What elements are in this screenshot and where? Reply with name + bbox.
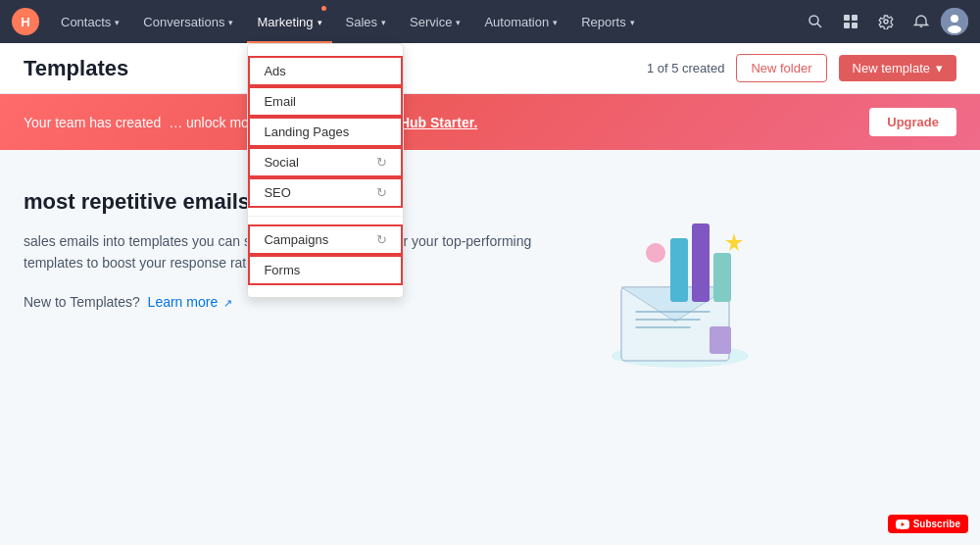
- svg-rect-17: [692, 223, 710, 302]
- svg-rect-5: [852, 23, 858, 28]
- notifications-button[interactable]: [906, 6, 937, 37]
- youtube-label: Subscribe: [913, 519, 960, 529]
- banner-text: Your team has created … unlock more temp…: [24, 115, 858, 130]
- refresh-icon: ↻: [376, 155, 387, 170]
- user-avatar[interactable]: [941, 8, 968, 35]
- chevron-down-icon: ▾: [228, 18, 233, 27]
- nav-icon-group: [800, 6, 968, 37]
- svg-rect-19: [710, 326, 731, 354]
- svg-marker-21: [725, 233, 743, 251]
- main-content: most repetitive emails in seconds sales …: [0, 150, 980, 409]
- svg-rect-4: [844, 23, 850, 28]
- refresh-icon: ↻: [376, 185, 387, 200]
- dropdown-item-campaigns[interactable]: Campaigns ↻: [248, 224, 403, 255]
- youtube-badge[interactable]: Subscribe: [888, 515, 968, 533]
- dropdown-item-seo[interactable]: SEO ↻: [248, 177, 403, 208]
- nav-conversations[interactable]: Conversations ▾: [133, 0, 243, 43]
- hubspot-logo[interactable]: H: [12, 8, 39, 35]
- marketing-dropdown: Ads Email Landing Pages Social ↻ SEO ↻: [247, 43, 404, 298]
- svg-point-8: [948, 25, 961, 33]
- nav-sales[interactable]: Sales ▾: [336, 0, 397, 43]
- settings-button[interactable]: [870, 6, 902, 37]
- page-header: Templates 1 of 5 created New folder New …: [0, 43, 980, 94]
- chevron-down-icon: ▾: [553, 18, 558, 27]
- dropdown-section-1: Ads Email Landing Pages Social ↻ SEO ↻: [248, 52, 403, 212]
- nav-marketing[interactable]: Marketing ▾ Ads Email Landing Pages So: [247, 0, 331, 43]
- svg-point-20: [646, 243, 665, 263]
- svg-rect-16: [670, 238, 688, 302]
- dropdown-item-email[interactable]: Email: [248, 86, 403, 117]
- svg-rect-3: [852, 15, 858, 21]
- top-navigation: H Contacts ▾ Conversations ▾ Marketing ▾…: [0, 0, 980, 43]
- chevron-down-icon: ▾: [115, 18, 120, 27]
- created-count: 1 of 5 created: [647, 61, 725, 75]
- svg-rect-18: [713, 253, 731, 302]
- page-title: Templates: [24, 56, 128, 81]
- chevron-down-icon: ▾: [381, 18, 386, 27]
- chevron-down-icon: ▾: [456, 18, 461, 27]
- header-actions: 1 of 5 created New folder New template ▾: [647, 54, 956, 82]
- chevron-down-icon: ▾: [630, 18, 635, 27]
- dropdown-item-forms[interactable]: Forms: [248, 255, 403, 285]
- learn-more-link[interactable]: Learn more ↗: [148, 294, 232, 310]
- nav-contacts[interactable]: Contacts ▾: [51, 0, 129, 43]
- search-button[interactable]: [800, 6, 831, 37]
- svg-rect-2: [844, 15, 850, 21]
- grid-button[interactable]: [835, 6, 866, 37]
- dropdown-item-social[interactable]: Social ↻: [248, 147, 403, 177]
- svg-line-1: [817, 24, 821, 27]
- new-folder-button[interactable]: New folder: [736, 54, 826, 82]
- illustration: [572, 189, 788, 385]
- external-link-icon: ↗: [223, 297, 232, 309]
- dropdown-section-2: Campaigns ↻ Forms: [248, 216, 403, 289]
- nav-automation[interactable]: Automation ▾: [474, 0, 567, 43]
- dropdown-item-landing-pages[interactable]: Landing Pages: [248, 117, 403, 147]
- upgrade-button[interactable]: Upgrade: [869, 108, 956, 136]
- refresh-icon: ↻: [376, 232, 387, 247]
- nav-reports[interactable]: Reports ▾: [571, 0, 645, 43]
- svg-point-0: [809, 16, 818, 25]
- dropdown-item-ads[interactable]: Ads: [248, 56, 403, 86]
- chevron-down-icon: ▾: [318, 18, 322, 27]
- new-template-button[interactable]: New template ▾: [839, 55, 956, 81]
- nav-service[interactable]: Service ▾: [400, 0, 470, 43]
- chevron-down-icon: ▾: [936, 61, 943, 75]
- upgrade-banner: Your team has created … unlock more temp…: [0, 94, 980, 150]
- svg-point-7: [951, 15, 958, 23]
